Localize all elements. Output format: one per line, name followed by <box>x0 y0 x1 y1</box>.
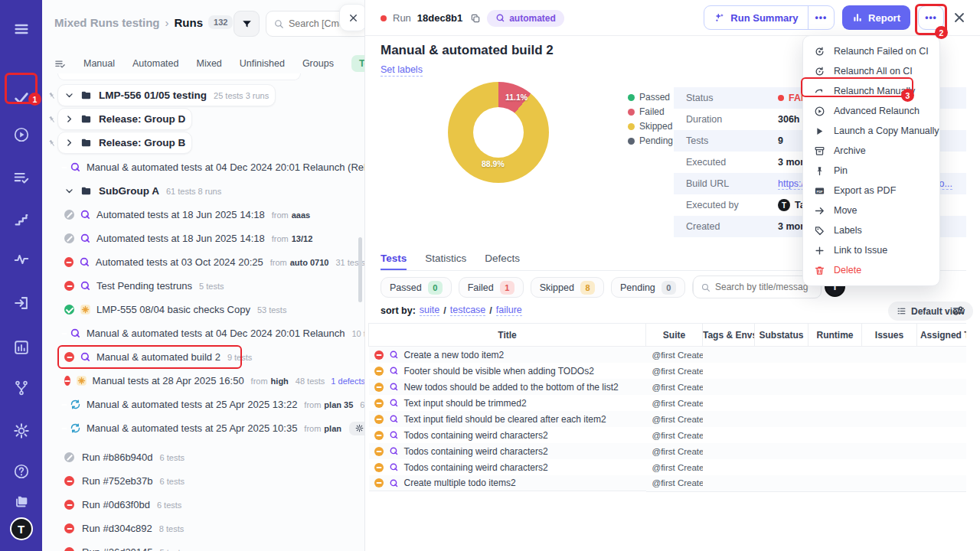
test-suite-cell[interactable]: @first Create ... <box>646 443 703 459</box>
sort-by-suite[interactable]: suite <box>420 305 439 316</box>
run-list-item[interactable]: Automated tests at 03 Oct 2024 20:25from… <box>42 250 365 274</box>
menu-item-delete[interactable]: Delete <box>803 260 939 280</box>
run-list-item[interactable]: Run #26d301455 tests <box>42 540 365 551</box>
test-title-cell[interactable]: Footer should be visible when adding TOD… <box>369 363 646 379</box>
test-row[interactable]: Todos containing weird characters2@first… <box>369 459 967 475</box>
test-row[interactable]: Create multiple todo items2@first Create… <box>369 475 967 491</box>
detail-value[interactable]: https:/ <box>778 178 804 190</box>
test-suite-cell[interactable]: @first Create ... <box>646 411 703 427</box>
test-title-cell[interactable]: Todos containing weird characters2 <box>369 459 646 475</box>
test-row[interactable]: Footer should be visible when adding TOD… <box>369 363 967 379</box>
test-title-cell[interactable]: Text input should be trimmed2 <box>369 395 646 411</box>
runs-tab-manual[interactable]: Manual <box>83 58 115 69</box>
test-suite-cell[interactable]: @first Create ... <box>646 347 703 364</box>
runs-tab-to[interactable]: To <box>351 55 365 72</box>
test-title-cell[interactable]: Text input field should be cleared after… <box>369 411 646 427</box>
test-suite-cell[interactable]: @first Create ... <box>646 395 703 411</box>
run-list-item[interactable]: Test Pending testruns5 tests <box>42 274 365 298</box>
runs-scrollbar[interactable] <box>358 237 362 302</box>
run-list-item[interactable]: LMP-555 08/04 basic checks Copy53 tests <box>42 298 365 321</box>
test-suite-cell[interactable]: @first Create ... <box>646 379 703 395</box>
column-header-title[interactable]: Title <box>369 324 646 347</box>
test-suite-cell[interactable]: @first Create ... <box>646 363 703 379</box>
test-title-cell[interactable]: Create multiple todo items2 <box>369 475 646 491</box>
menu-item-advanced-relaunch[interactable]: Advanced Relaunch <box>803 101 939 121</box>
test-row[interactable]: Todos containing weird characters2@first… <box>369 427 967 443</box>
run-list-item[interactable]: Run #752eb37b6 tests <box>42 469 365 493</box>
run-group-row[interactable]: LMP-556 01/05 testing25 tests 3 runs <box>42 84 365 108</box>
tests-search-input[interactable] <box>715 282 808 292</box>
run-group-row[interactable]: Release: Group D <box>42 108 365 132</box>
test-title-cell[interactable]: Create a new todo item2 <box>369 347 646 363</box>
sort-by-testcase[interactable]: testcase <box>450 305 486 316</box>
menu-item-pin[interactable]: Pin <box>803 161 939 181</box>
run-list-item[interactable]: Manual & automated build 29 tests <box>42 345 365 369</box>
run-list-item[interactable]: Run #0d63f0bd6 tests <box>42 493 365 517</box>
menu-item-move[interactable]: Move <box>803 201 939 220</box>
tab-statistics[interactable]: Statistics <box>425 253 466 270</box>
runs-tab-groups[interactable]: Groups <box>302 58 334 69</box>
column-header-assigned-to[interactable]: Assigned To <box>917 324 967 347</box>
column-header-tags-envs[interactable]: Tags & Envs <box>703 324 755 347</box>
copy-icon[interactable] <box>470 13 481 24</box>
test-title-cell[interactable]: New todos should be added to the bottom … <box>369 379 646 395</box>
set-labels-link[interactable]: Set labels <box>381 64 423 77</box>
test-row[interactable]: Text input field should be cleared after… <box>369 411 967 427</box>
filter-chip-pending[interactable]: Pending0 <box>611 277 685 298</box>
rail-steps-icon[interactable] <box>0 204 42 235</box>
run-defects-link[interactable]: 1 defects <box>331 377 365 386</box>
rail-menu-icon[interactable] <box>0 14 42 44</box>
rail-help-icon[interactable] <box>0 456 42 487</box>
filter-button[interactable] <box>234 11 260 37</box>
sort-by-failure[interactable]: failure <box>496 305 522 316</box>
run-list-item[interactable]: Manual & automated tests at 04 Dec 2024 … <box>42 155 365 179</box>
test-row[interactable]: Create a new todo item2@first Create ... <box>369 347 967 364</box>
detail-close-icon[interactable] <box>952 10 967 25</box>
run-list-item[interactable]: Manual & automated tests at 25 Apr 2025 … <box>42 393 365 416</box>
test-row[interactable]: Todos containing weird characters2@first… <box>369 443 967 459</box>
breadcrumb-project[interactable]: Mixed Runs testing <box>54 16 160 29</box>
runs-tab-automated[interactable]: Automated <box>132 58 178 69</box>
test-title-cell[interactable]: Todos containing weird characters2 <box>369 443 646 459</box>
run-list-item[interactable]: Automated tests at 18 Jun 2025 14:18from… <box>42 203 365 227</box>
run-group-row[interactable]: SubGroup A61 tests 8 runs <box>42 179 365 203</box>
run-list-item[interactable]: Automated tests at 18 Jun 2025 14:18from… <box>42 227 365 250</box>
report-button[interactable]: Report <box>842 5 910 30</box>
tab-tests[interactable]: Tests <box>381 253 407 270</box>
run-list-item[interactable]: Run #d304c8928 tests <box>42 517 365 540</box>
menu-item-relaunch-manually[interactable]: Relaunch Manually <box>803 81 939 101</box>
runs-tab-mixed[interactable]: Mixed <box>196 58 221 69</box>
breadcrumb-section[interactable]: Runs <box>175 16 204 29</box>
column-header-suite[interactable]: Suite <box>646 324 703 347</box>
filter-chip-passed[interactable]: Passed0 <box>381 277 452 298</box>
menu-item-launch-a-copy-manually[interactable]: Launch a Copy Manually <box>803 121 939 141</box>
panel-close-button[interactable] <box>339 4 365 31</box>
tab-defects[interactable]: Defects <box>485 253 520 270</box>
run-group-card[interactable]: Release: Group D <box>57 108 192 130</box>
menu-item-relaunch-failed-on-ci[interactable]: Relaunch Failed on CI <box>803 41 939 61</box>
rail-play-circle-icon[interactable] <box>0 119 42 150</box>
menu-item-export-as-pdf[interactable]: PDFExport as PDF <box>803 181 939 201</box>
rail-login-icon[interactable] <box>0 288 42 318</box>
runs-tab-unfinished[interactable]: Unfinished <box>240 58 285 69</box>
column-header-issues[interactable]: Issues <box>862 324 917 347</box>
run-list-item[interactable]: Manual & automated tests at 25 Apr 2025 … <box>42 416 365 440</box>
test-suite-cell[interactable]: @first Create ... <box>646 459 703 475</box>
run-list-item[interactable]: Manual tests at 28 Apr 2025 16:50fromhig… <box>42 369 365 393</box>
run-list-item[interactable]: Run #b86b940d6 tests <box>42 445 365 469</box>
automated-badge[interactable]: automated <box>487 10 564 27</box>
run-summary-button[interactable]: Run Summary ••• <box>704 5 835 30</box>
run-summary-more-button[interactable]: ••• <box>808 6 835 29</box>
menu-item-archive[interactable]: Archive <box>803 141 939 161</box>
rail-pulse-icon[interactable] <box>0 244 42 275</box>
column-header-substatus[interactable]: Substatus <box>755 324 808 347</box>
menu-item-link-to-issue[interactable]: Link to Issue <box>803 240 939 260</box>
run-group-card[interactable]: Release: Group B <box>57 132 192 154</box>
test-title-cell[interactable]: Todos containing weird characters2 <box>369 427 646 443</box>
rail-folders-icon[interactable] <box>0 487 42 517</box>
test-row[interactable]: New todos should be added to the bottom … <box>369 379 967 395</box>
filter-chip-failed[interactable]: Failed1 <box>459 277 524 298</box>
menu-item-relaunch-all-on-ci[interactable]: Relaunch All on CI <box>803 61 939 81</box>
test-suite-cell[interactable]: @first Create ... <box>646 427 703 443</box>
run-list-item[interactable]: Manual & automated tests at 04 Dec 2024 … <box>42 321 365 345</box>
